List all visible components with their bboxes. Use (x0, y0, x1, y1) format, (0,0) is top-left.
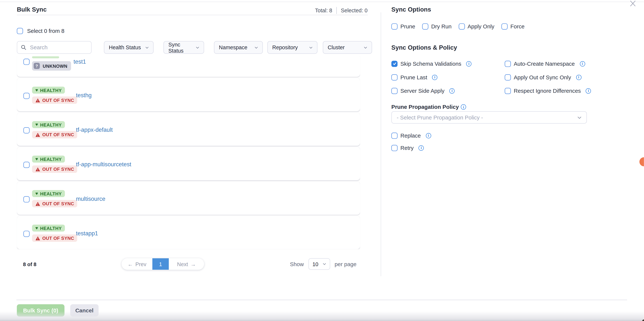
page-count: 8 of 8 (23, 262, 36, 267)
page-size-value: 10 (312, 261, 318, 267)
badge-label: HEALTHY (40, 88, 62, 92)
info-icon[interactable]: i (426, 133, 431, 138)
option-label: Respect Ignore Differences (514, 88, 581, 94)
heart-icon: ♥ (35, 88, 38, 92)
select-all-checkbox[interactable] (17, 28, 23, 34)
badge-label: HEALTHY (40, 156, 62, 162)
heart-icon: ♥ (35, 122, 38, 127)
filter-health-status[interactable]: Health Status (104, 41, 154, 54)
search-input[interactable] (29, 44, 87, 51)
app-link[interactable]: tf-app-multisourcetest (76, 161, 131, 168)
row-checkbox[interactable] (23, 162, 30, 168)
app-link[interactable]: tf-appx-default (76, 126, 113, 133)
badge-label: HEALTHY (40, 226, 62, 230)
prev-page-button[interactable]: ← Prev (122, 258, 152, 270)
filter-cluster[interactable]: Cluster (323, 41, 372, 54)
close-icon[interactable] (630, 0, 636, 6)
flag-dry-run: Dry Run (422, 23, 452, 30)
info-icon[interactable]: i (461, 104, 466, 110)
dry-run-checkbox[interactable] (422, 23, 428, 30)
panel-divider (380, 12, 381, 276)
info-icon[interactable]: i (418, 145, 424, 150)
selected-count: Selected: 0 (341, 8, 368, 14)
filter-label: Sync Status (168, 41, 196, 54)
badge-label: OUT OF SYNC (42, 201, 74, 206)
info-icon[interactable]: i (576, 74, 582, 80)
server-side-apply-checkbox[interactable] (392, 88, 398, 94)
skip-schema-validations-checkbox[interactable] (392, 61, 398, 67)
chevron-down-icon (364, 46, 367, 49)
check-icon (392, 62, 396, 66)
chevron-down-icon (254, 46, 258, 49)
option-retry: Retry i (392, 144, 424, 151)
app-link[interactable]: testapp1 (76, 230, 98, 236)
option-respect-ignore-differences: Respect Ignore Differences i (505, 88, 591, 94)
option-label: Skip Schema Validations (400, 61, 461, 67)
page-size-select[interactable]: 10 (308, 258, 330, 270)
filter-label: Namespace (219, 44, 248, 50)
row-checkbox[interactable] (23, 127, 30, 134)
select-placeholder: - Select Prune Propagation Policy - (397, 114, 483, 120)
prune-last-checkbox[interactable] (392, 74, 398, 80)
badge-label: OUT OF SYNC (42, 236, 74, 240)
info-icon[interactable]: i (432, 74, 438, 80)
force-checkbox[interactable] (502, 23, 508, 30)
chevron-down-icon (309, 46, 313, 49)
info-icon[interactable]: i (466, 61, 472, 66)
badge-label: OUT OF SYNC (42, 98, 74, 103)
badge-label: OUT OF SYNC (42, 167, 74, 172)
filter-label: Health Status (109, 44, 141, 50)
bulk-sync-button[interactable]: Bulk Sync (0) (17, 304, 64, 316)
sync-status-badge: OUT OF SYNC (32, 200, 78, 207)
info-icon[interactable]: i (580, 61, 585, 66)
total-count: Total: 8 (315, 8, 332, 14)
current-page-button[interactable]: 1 (152, 258, 169, 270)
prune-checkbox[interactable] (392, 23, 398, 30)
health-status-badge: ♥ HEALTHY (32, 156, 65, 162)
row-checkbox[interactable] (23, 231, 30, 237)
dialog-title: Bulk Sync (17, 6, 47, 13)
dialog-top-border (0, 2, 644, 2)
info-icon[interactable]: i (449, 88, 455, 94)
prune-propagation-policy-label: Prune Propagation Policy i (392, 104, 466, 110)
apply-out-of-sync-only-checkbox[interactable] (505, 74, 511, 80)
search-box (17, 41, 92, 54)
chevron-down-icon (146, 46, 149, 49)
badge-label: HEALTHY (40, 191, 62, 196)
cancel-button[interactable]: Cancel (70, 304, 98, 316)
filter-namespace[interactable]: Namespace (214, 41, 263, 54)
option-label: Retry (400, 145, 414, 151)
respect-ignore-differences-checkbox[interactable] (505, 88, 511, 94)
badge-label: OUT OF SYNC (42, 132, 74, 137)
auto-create-namespace-checkbox[interactable] (505, 61, 511, 67)
header-divider (17, 15, 368, 15)
app-link[interactable]: multisource (76, 196, 106, 202)
sync-status-badge: OUT OF SYNC (32, 166, 78, 173)
sync-status-badge: OUT OF SYNC (32, 131, 78, 138)
replace-checkbox[interactable] (392, 132, 398, 139)
option-prune-last: Prune Last i (392, 74, 438, 80)
filter-repository[interactable]: Repository (267, 41, 317, 54)
next-page-button[interactable]: Next → (169, 258, 204, 270)
filter-sync-status[interactable]: Sync Status (164, 41, 204, 54)
pagination: ← Prev 1 Next → (122, 258, 204, 270)
row-checkbox[interactable] (23, 196, 30, 202)
filter-label: Repository (272, 44, 298, 50)
app-list: ? UNKNOWN test1 ♥ HEALTHY OUT OF SYNC te… (17, 56, 360, 249)
row-checkbox[interactable] (23, 59, 30, 65)
policy-heading: Sync Options & Policy (392, 44, 457, 51)
option-apply-out-of-sync-only: Apply Out of Sync Only i (505, 74, 581, 80)
option-label: Replace (400, 132, 421, 139)
row-checkbox[interactable] (23, 93, 30, 99)
list-item: ♥ HEALTHY OUT OF SYNC tf-app-multisource… (17, 147, 360, 180)
app-link[interactable]: testhg (76, 92, 92, 98)
apply-only-checkbox[interactable] (458, 23, 464, 30)
retry-checkbox[interactable] (392, 145, 398, 151)
flag-apply-only: Apply Only (458, 23, 494, 30)
floating-notification-dot[interactable] (639, 157, 644, 166)
footer-divider (16, 300, 627, 300)
info-icon[interactable]: i (586, 88, 591, 94)
flag-prune: Prune (392, 23, 415, 30)
app-link[interactable]: test1 (74, 58, 86, 65)
prune-propagation-policy-select[interactable]: - Select Prune Propagation Policy - (392, 111, 587, 124)
